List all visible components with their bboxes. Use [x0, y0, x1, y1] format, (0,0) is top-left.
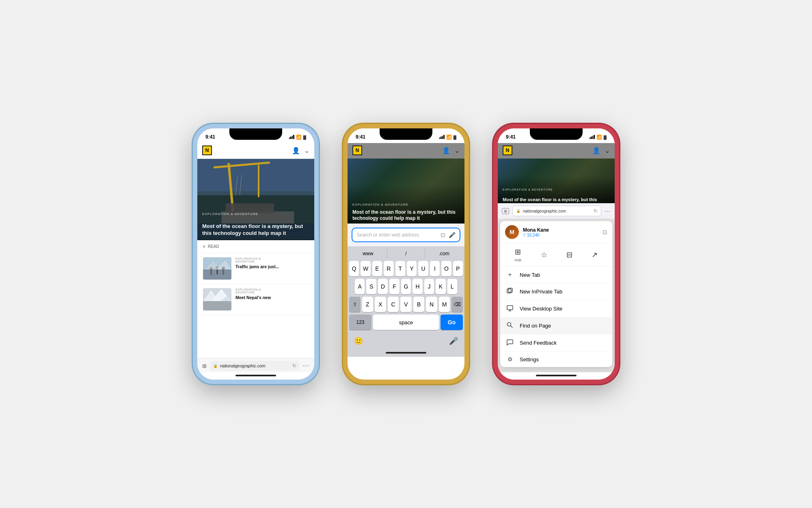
suggest-dotcom[interactable]: .com [425, 249, 463, 258]
reload-icon-1[interactable]: ↻ [292, 363, 296, 369]
ng-logo-1: N [202, 145, 212, 155]
key-q[interactable]: Q [349, 261, 359, 276]
menu-item-settings[interactable]: ⚙ Settings [500, 352, 612, 367]
key-b[interactable]: B [413, 297, 425, 312]
account-icon-1[interactable]: 👤 [292, 147, 300, 154]
search-bar-active[interactable]: Search or enter web address ⊡ 🎤 [352, 228, 460, 242]
key-a[interactable]: A [355, 279, 365, 294]
article-category-1: EXPLORATION & ADVENTURE [202, 212, 258, 216]
key-k[interactable]: K [436, 279, 445, 294]
key-e[interactable]: E [372, 261, 382, 276]
home-bar-2 [386, 352, 426, 354]
menu-chevron-icon-1[interactable]: ⌄ [304, 147, 309, 154]
key-shift[interactable]: ⇧ [349, 297, 361, 312]
key-s[interactable]: S [366, 279, 376, 294]
key-o[interactable]: O [441, 261, 451, 276]
browser-chrome-3: N 👤 ⌄ [498, 143, 615, 158]
home-indicator-3 [498, 372, 615, 380]
key-u[interactable]: U [418, 261, 428, 276]
hub-button[interactable]: ⊞ Hub [515, 247, 522, 262]
ng-logo-2: N [352, 145, 362, 155]
key-m[interactable]: M [439, 297, 450, 312]
article-hero-1: EXPLORATION & ADVENTURE Most of the ocea… [197, 159, 314, 240]
browser-bottom-1: ⊞ 🔒 nationalgeographic.com ↻ ··· [197, 358, 314, 372]
qr-icon[interactable]: ⊡ [441, 232, 445, 238]
menu-item-find[interactable]: Find on Page [500, 317, 612, 334]
user-points: ▽ 10,240 [523, 233, 598, 237]
article-info-2: EXPLORATION &ADVENTURE Meet Nepal's new [235, 288, 309, 301]
key-p[interactable]: P [453, 261, 463, 276]
find-icon [506, 322, 514, 330]
more-icon-1[interactable]: ··· [303, 362, 309, 369]
address-bar-1[interactable]: 🔒 nationalgeographic.com ↻ [210, 361, 300, 371]
menu-user-section[interactable]: M Mona Kane ▽ 10,240 ⊡ [500, 221, 612, 243]
browser-chrome-1: N 👤 ⌄ [197, 143, 314, 159]
account-icon-2[interactable]: 👤 [442, 147, 450, 154]
account-icon-3[interactable]: 👤 [592, 147, 600, 154]
inprivate-label: New InPrivate Tab [520, 289, 562, 295]
lock-icon-1: 🔒 [213, 364, 218, 368]
feedback-label: Send Feedback [520, 340, 557, 346]
share-icon: ↗ [592, 250, 598, 259]
key-i[interactable]: I [430, 261, 440, 276]
share-button[interactable]: ↗ [592, 250, 598, 259]
menu-item-feedback[interactable]: Send Feedback [500, 334, 612, 352]
article-title-3: Most of the ocean floor is a mystery, bu… [503, 197, 610, 202]
key-h[interactable]: H [412, 279, 422, 294]
favorites-button[interactable]: ☆ [541, 250, 547, 259]
key-f[interactable]: F [389, 279, 399, 294]
key-d[interactable]: D [378, 279, 388, 294]
menu-chevron-icon-3[interactable]: ⌄ [605, 147, 610, 154]
time-2: 9:41 [356, 134, 365, 140]
article-title-small-2: Meet Nepal's new [235, 295, 309, 301]
mic-bottom-icon[interactable]: 🎤 [449, 336, 458, 345]
phones-container: 9:41 📶 ▓ N 👤 ⌄ [193, 124, 619, 384]
article-title-2: Most of the ocean floor is a mystery, bu… [352, 209, 460, 222]
key-123[interactable]: 123 [349, 315, 371, 330]
menu-more-icon[interactable]: ··· [605, 208, 611, 214]
mic-icon[interactable]: 🎤 [449, 232, 456, 238]
status-icons-3: 📶 ▓ [590, 135, 607, 140]
home-indicator-1 [197, 372, 314, 380]
key-delete[interactable]: ⌫ [451, 297, 463, 312]
key-z[interactable]: Z [362, 297, 374, 312]
article-item-2[interactable]: EXPLORATION &ADVENTURE Meet Nepal's new [197, 284, 314, 315]
tabs-icon-1[interactable]: ⊞ [202, 363, 207, 369]
menu-chevron-icon-2[interactable]: ⌄ [454, 147, 460, 154]
key-l[interactable]: L [447, 279, 457, 294]
svg-rect-49 [507, 306, 513, 310]
key-v[interactable]: V [400, 297, 412, 312]
signal-icon-1 [289, 135, 294, 139]
suggest-slash[interactable]: / [387, 249, 425, 258]
key-go[interactable]: Go [441, 315, 463, 330]
key-y[interactable]: Y [407, 261, 417, 276]
key-space[interactable]: space [373, 315, 439, 330]
keyboard-row-3: ⇧ Z X C V B N M ⌫ [349, 297, 463, 312]
article-item-1[interactable]: EXPLORATION &ADVENTURE Traffic jams are … [197, 253, 314, 284]
key-x[interactable]: X [375, 297, 386, 312]
menu-item-inprivate[interactable]: New InPrivate Tab [500, 283, 612, 300]
key-c[interactable]: C [388, 297, 399, 312]
menu-item-desktop[interactable]: View Desktop Site [500, 300, 612, 317]
menu-reload-icon[interactable]: ↻ [594, 208, 598, 214]
key-w[interactable]: W [361, 261, 370, 276]
article-thumb-1 [203, 257, 231, 280]
collections-button[interactable]: ⊟ [566, 250, 572, 259]
article-hero-3: EXPLORATION & ADVENTURE Most of the ocea… [498, 158, 615, 203]
keyboard-bottom: 🙂 🎤 [348, 335, 464, 350]
collections-icon: ⊟ [566, 250, 572, 259]
emoji-icon[interactable]: 🙂 [354, 336, 363, 345]
suggest-www[interactable]: www [349, 249, 387, 258]
keyboard: www / .com Q W E R T Y U I O P [348, 246, 464, 335]
key-n[interactable]: N [426, 297, 437, 312]
key-t[interactable]: T [395, 261, 405, 276]
notch-red [530, 128, 583, 140]
menu-address-bar[interactable]: 🔒 nationalgeographic.com ↻ [512, 206, 601, 216]
tabs-count-icon[interactable]: ⊞ [502, 208, 509, 214]
user-menu-icon[interactable]: ⊡ [603, 229, 607, 235]
read-more-1[interactable]: ≡ READ [197, 240, 314, 253]
key-j[interactable]: J [424, 279, 434, 294]
key-r[interactable]: R [384, 261, 393, 276]
key-g[interactable]: G [401, 279, 411, 294]
menu-item-new-tab[interactable]: + New Tab [500, 267, 612, 283]
